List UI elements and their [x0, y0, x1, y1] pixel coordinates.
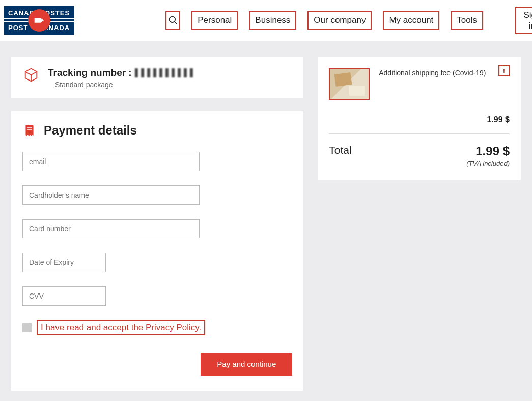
logo-emblem	[28, 9, 50, 32]
search-icon	[168, 15, 178, 25]
svg-line-1	[174, 22, 177, 24]
payment-card: Payment details I have read and accept t…	[11, 111, 303, 391]
tracking-card: Tracking number : Standard package	[11, 57, 303, 98]
summary-divider	[329, 133, 510, 134]
nav-our-company[interactable]: Our company	[307, 11, 372, 30]
main-content: Tracking number : Standard package Payme…	[0, 41, 532, 401]
svg-point-0	[169, 17, 175, 23]
pay-and-continue-button[interactable]: Pay and continue	[201, 353, 292, 376]
cvv-field[interactable]	[22, 286, 106, 306]
item-price: 1.99 $	[329, 115, 510, 124]
item-thumbnail	[329, 68, 370, 100]
tracking-label: Tracking number :	[48, 67, 132, 78]
privacy-policy-link[interactable]: I have read and accept the Privacy Polic…	[37, 320, 205, 335]
email-field[interactable]	[22, 152, 200, 171]
tracking-subtitle: Standard package	[55, 81, 196, 89]
privacy-checkbox[interactable]	[22, 323, 32, 332]
receipt-icon	[22, 123, 37, 138]
item-description: Additional shipping fee (Covid-19)	[379, 68, 510, 77]
left-column: Tracking number : Standard package Payme…	[11, 57, 303, 391]
tva-note: (TVA included)	[466, 159, 510, 167]
nav-business[interactable]: Business	[249, 11, 296, 30]
package-icon	[23, 67, 39, 85]
nav-personal[interactable]: Personal	[191, 11, 238, 30]
logo-text-bl: POST	[8, 24, 28, 32]
warning-icon[interactable]: !	[498, 65, 510, 76]
payment-title: Payment details	[44, 123, 137, 138]
canada-post-logo[interactable]: CANADA POSTES POST CANADA	[4, 6, 74, 35]
privacy-row: I have read and accept the Privacy Polic…	[22, 320, 292, 335]
nav-my-account[interactable]: My account	[383, 11, 439, 30]
header: CANADA POSTES POST CANADA Personal Busin…	[0, 0, 532, 41]
nav-sign-in[interactable]: Sign in	[515, 7, 532, 35]
order-summary-card: Additional shipping fee (Covid-19) ! 1.9…	[318, 57, 521, 180]
nav-tools[interactable]: Tools	[451, 11, 483, 30]
cardholder-name-field[interactable]	[22, 185, 200, 205]
tracking-title: Tracking number :	[48, 67, 196, 78]
top-nav: Personal Business Our company My account…	[165, 7, 532, 35]
right-column: Additional shipping fee (Covid-19) ! 1.9…	[318, 57, 521, 180]
card-number-field[interactable]	[22, 219, 200, 238]
search-button[interactable]	[165, 11, 180, 30]
tracking-number-redacted	[135, 68, 196, 77]
total-value: 1.99 $	[466, 144, 510, 158]
total-label: Total	[329, 144, 351, 156]
expiry-field[interactable]	[22, 253, 106, 272]
